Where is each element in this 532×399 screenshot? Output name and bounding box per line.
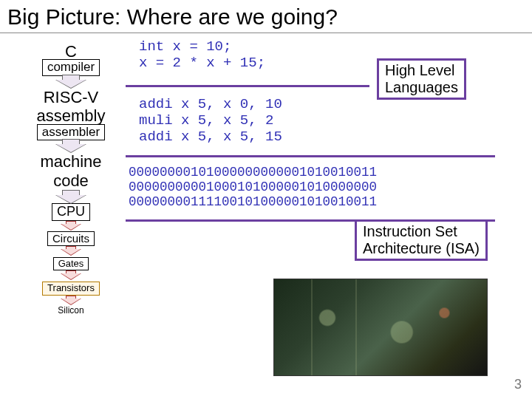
- machine-code-block: 00000000101000000000001010010011 0000000…: [129, 165, 377, 209]
- arrow-down-small-icon: [58, 246, 83, 255]
- arrow-down-icon: [52, 139, 90, 151]
- stage-gates: Gates: [53, 257, 89, 270]
- pipeline-column: C compiler RISC-V assembly assembler mac…: [19, 42, 123, 318]
- c-code-block: int x = 10; x = 2 * x + 15;: [139, 39, 265, 72]
- arrow-down-icon: [52, 190, 90, 202]
- label-assembler: assembler: [37, 124, 105, 141]
- stage-cpu: CPU: [52, 203, 90, 221]
- stage-machine-code: machine code: [19, 152, 123, 190]
- circuit-board-image: [273, 279, 488, 376]
- stage-transistors: Transistors: [42, 282, 100, 295]
- slide-number: 3: [514, 377, 522, 392]
- stage-circuits: Circuits: [47, 231, 95, 247]
- separator-line: [126, 155, 495, 157]
- label-compiler: compiler: [42, 59, 100, 76]
- callout-isa: Instruction Set Architecture (ISA): [355, 219, 488, 261]
- stage-silicon: Silicon: [19, 306, 123, 316]
- stage-riscv: RISC-V assembly: [19, 88, 123, 126]
- arrow-down-small-icon: [58, 296, 83, 304]
- stage-c: C: [19, 42, 123, 61]
- slide-content: C compiler RISC-V assembly assembler mac…: [0, 33, 532, 398]
- slide-title: Big Picture: Where are we going?: [0, 0, 532, 33]
- callout-high-level-languages: High Level Languages: [377, 58, 466, 100]
- separator-line: [126, 85, 369, 87]
- arrow-down-small-icon: [58, 221, 83, 230]
- arrow-down-icon: [52, 75, 90, 86]
- arrow-down-small-icon: [58, 270, 83, 279]
- assembly-code-block: addi x 5, x 0, 10 muli x 5, x 5, 2 addi …: [139, 97, 282, 146]
